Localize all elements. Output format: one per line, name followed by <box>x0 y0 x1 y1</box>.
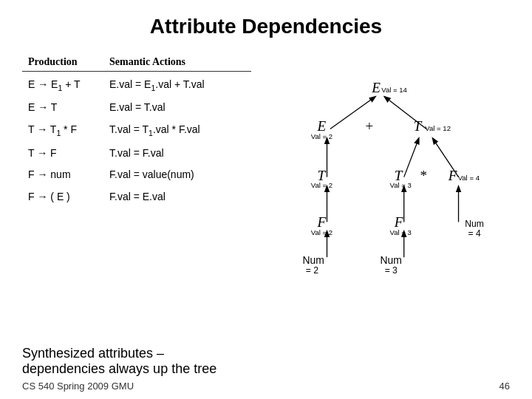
diagram-section: E Val = 14 E Val = 2 + T Val = 12 T Val … <box>266 53 510 327</box>
svg-text:Val = 2: Val = 2 <box>311 181 332 189</box>
node-num-mid: Num <box>381 254 402 266</box>
action-cell: F.val = value(num) <box>103 164 251 186</box>
svg-text:Val = 3: Val = 3 <box>390 181 412 189</box>
course-label: CS 540 Spring 2009 GMU <box>22 381 134 392</box>
svg-text:= 3: = 3 <box>385 265 398 276</box>
page: Attribute Dependencies Production Semant… <box>0 0 532 399</box>
svg-text:Val = 2: Val = 2 <box>311 132 332 140</box>
table-row: F → ( E )F.val = E.val <box>22 186 251 208</box>
action-cell: F.val = E.val <box>103 186 251 208</box>
production-cell: F → ( E ) <box>22 186 103 208</box>
dependency-diagram: E Val = 14 E Val = 2 + T Val = 12 T Val … <box>266 53 510 327</box>
table-row: F → numF.val = value(num) <box>22 164 251 186</box>
svg-line-3 <box>404 139 419 177</box>
production-cell: T → T1 * F <box>22 119 103 142</box>
svg-text:= 2: = 2 <box>306 265 318 276</box>
production-cell: E → E1 + T <box>22 72 103 98</box>
svg-text:Val = 2: Val = 2 <box>311 228 332 236</box>
svg-text:Val = 14: Val = 14 <box>381 86 407 94</box>
node-star: * <box>420 168 427 183</box>
page-number: 46 <box>499 381 510 392</box>
page-title: Attribute Dependencies <box>22 15 510 38</box>
svg-text:= 4: = 4 <box>468 228 481 239</box>
table-section: Production Semantic Actions E → E1 + TE.… <box>22 53 251 208</box>
node-f-right: F <box>448 168 457 183</box>
main-content: Production Semantic Actions E → E1 + TE.… <box>22 53 510 327</box>
action-cell: T.val = T1.val * F.val <box>103 119 251 142</box>
footer: CS 540 Spring 2009 GMU 46 <box>0 381 532 392</box>
action-cell: E.val = E1.val + T.val <box>103 72 251 98</box>
table-row: E → TE.val = T.val <box>22 97 251 119</box>
production-cell: T → F <box>22 143 103 165</box>
action-cell: T.val = F.val <box>103 143 251 165</box>
bottom-text: Synthesized attributes – dependencies al… <box>22 346 216 377</box>
table-row: T → FT.val = F.val <box>22 143 251 165</box>
production-cell: E → T <box>22 97 103 119</box>
node-num-left: Num <box>303 254 324 266</box>
node-t-right: T <box>414 118 423 134</box>
col-header-actions: Semantic Actions <box>103 53 251 72</box>
col-header-production: Production <box>22 53 103 72</box>
node-plus: + <box>366 118 374 134</box>
svg-text:Val = 12: Val = 12 <box>425 124 451 132</box>
bottom-line2: dependencies always up the tree <box>22 361 216 377</box>
productions-table: Production Semantic Actions E → E1 + TE.… <box>22 53 251 208</box>
node-num-right-label: Num <box>465 219 484 229</box>
bottom-line1: Synthesized attributes – <box>22 346 216 361</box>
production-cell: F → num <box>22 164 103 186</box>
svg-text:Val = 4: Val = 4 <box>458 174 480 182</box>
action-cell: E.val = T.val <box>103 97 251 119</box>
svg-text:Val = 3: Val = 3 <box>390 228 412 236</box>
table-row: E → E1 + TE.val = E1.val + T.val <box>22 72 251 98</box>
table-row: T → T1 * FT.val = T1.val * F.val <box>22 119 251 142</box>
node-e-top: E <box>371 80 381 95</box>
